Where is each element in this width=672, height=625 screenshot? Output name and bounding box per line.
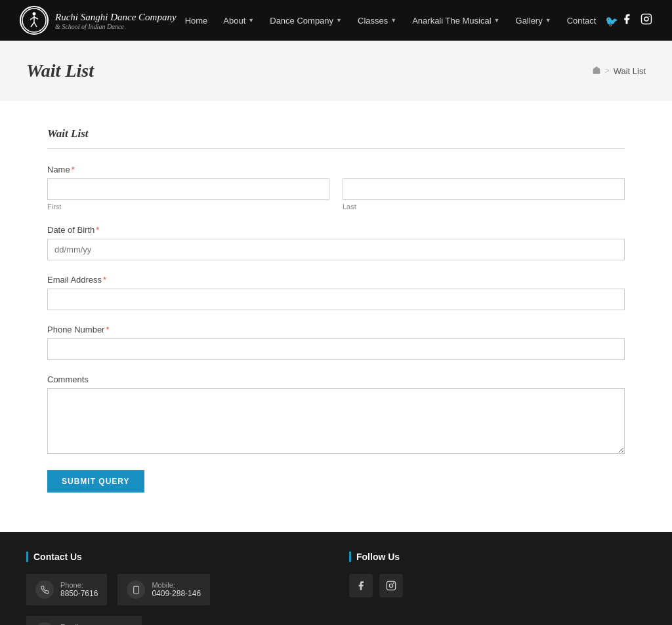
first-name-input[interactable] (47, 178, 329, 200)
comments-label: Comments (47, 374, 625, 384)
email-group: Email Address* (47, 275, 625, 310)
phone-required: * (106, 325, 109, 334)
nav-gallery[interactable]: Gallery ▼ (516, 16, 551, 26)
footer-social-icons (349, 574, 646, 597)
footer-follow-section: Follow Us (349, 552, 646, 625)
classes-dropdown-arrow: ▼ (390, 17, 396, 24)
footer: Contact Us Phone: 8850-7616 (0, 532, 672, 625)
dob-group: Date of Birth* (47, 225, 625, 260)
nav-about[interactable]: About ▼ (223, 16, 254, 26)
name-label: Name* (47, 165, 625, 174)
comments-group: Comments (47, 374, 625, 456)
phone-group: Phone Number* (47, 325, 625, 360)
brand-name: Ruchi Sanghi Dance Company (55, 11, 177, 23)
submit-button[interactable]: SUBMIT QUERY (47, 470, 144, 493)
nav-social: 🐦 (605, 13, 652, 28)
svg-line-5 (31, 22, 34, 27)
contact-email-item: Email: info@kathak.com.au (26, 616, 142, 625)
nav-anarkali[interactable]: Anarkali The Musical ▼ (412, 16, 499, 26)
submit-wrapper: SUBMIT QUERY (47, 470, 625, 493)
name-required: * (72, 165, 75, 174)
phone-value: 8850-7616 (60, 589, 98, 598)
nav-dance-company[interactable]: Dance Company ▼ (270, 16, 342, 26)
mobile-icon (127, 580, 145, 599)
mobile-value: 0409-288-146 (152, 589, 201, 598)
gallery-dropdown-arrow: ▼ (545, 17, 551, 24)
brand-logo-link[interactable]: Ruchi Sanghi Dance Company & School of I… (20, 6, 177, 35)
breadcrumb-sep: > (605, 66, 610, 75)
footer-follow-title: Follow Us (349, 552, 646, 562)
nav-instagram-link[interactable] (640, 13, 652, 28)
svg-point-9 (648, 16, 650, 17)
brand-text: Ruchi Sanghi Dance Company & School of I… (55, 11, 177, 30)
brand-sub: & School of Indian Dance (55, 23, 177, 30)
email-input[interactable] (47, 289, 625, 310)
instagram-icon (640, 16, 652, 27)
svg-point-1 (33, 12, 36, 16)
navbar: Ruchi Sanghi Dance Company & School of I… (0, 0, 672, 41)
svg-point-13 (389, 584, 392, 587)
dob-required: * (96, 225, 99, 235)
name-group: Name* First Last (47, 165, 625, 211)
breadcrumb: > Wait List (592, 66, 646, 77)
nav-facebook-link[interactable]: 🐦 (605, 13, 633, 28)
nav-contact[interactable]: Contact (567, 16, 597, 26)
svg-line-3 (30, 17, 34, 20)
nav-classes[interactable]: Classes ▼ (358, 16, 396, 26)
last-name-input[interactable] (343, 178, 625, 200)
facebook-icon: 🐦 (605, 16, 633, 27)
home-icon (592, 66, 601, 77)
footer-contact-title: Contact Us (26, 552, 323, 562)
dob-label: Date of Birth* (47, 225, 625, 235)
phone-info: Phone: 8850-7616 (60, 581, 98, 598)
phone-icon (35, 580, 54, 599)
anarkali-dropdown-arrow: ▼ (494, 17, 500, 24)
email-icon (35, 622, 54, 625)
dance-company-dropdown-arrow: ▼ (336, 17, 342, 24)
mobile-label-footer: Mobile: (152, 581, 201, 589)
phone-label: Phone Number* (47, 325, 625, 334)
form-section-title: Wait List (47, 127, 625, 149)
comments-textarea[interactable] (47, 388, 625, 454)
footer-facebook-button[interactable] (349, 574, 373, 597)
svg-rect-7 (641, 14, 651, 24)
phone-input[interactable] (47, 338, 625, 360)
svg-point-14 (393, 582, 394, 584)
mobile-info: Mobile: 0409-288-146 (152, 581, 201, 598)
contact-phone-item: Phone: 8850-7616 (26, 574, 107, 605)
svg-rect-12 (387, 581, 395, 590)
email-required: * (103, 275, 106, 285)
svg-rect-10 (134, 586, 139, 594)
breadcrumb-current: Wait List (614, 66, 646, 76)
last-name-field: Last (343, 178, 625, 211)
first-name-hint: First (47, 203, 329, 211)
form-card: Wait List Name* First Last (47, 127, 625, 493)
phone-label-footer: Phone: (60, 581, 98, 589)
contact-mobile-item: Mobile: 0409-288-146 (117, 574, 210, 605)
brand-logo (20, 6, 49, 35)
last-name-hint: Last (343, 203, 625, 211)
footer-contact-section: Contact Us Phone: 8850-7616 (26, 552, 323, 625)
name-row: First Last (47, 178, 625, 211)
waitlist-form: Name* First Last Date of Birth* (47, 165, 625, 493)
nav-links: Home About ▼ Dance Company ▼ Classes ▼ A… (185, 16, 597, 26)
email-label: Email Address* (47, 275, 625, 285)
first-name-field: First (47, 178, 329, 211)
nav-home[interactable]: Home (185, 16, 208, 26)
dob-input[interactable] (47, 239, 625, 260)
contact-items: Phone: 8850-7616 Mobile: 0409-288-146 (26, 574, 323, 625)
page-title: Wait List (26, 60, 94, 81)
svg-line-6 (34, 22, 37, 27)
footer-instagram-button[interactable] (379, 574, 403, 597)
svg-line-4 (34, 17, 38, 19)
about-dropdown-arrow: ▼ (248, 17, 254, 24)
main-content: Wait List Name* First Last (21, 127, 651, 493)
page-header: Wait List > Wait List (0, 41, 672, 101)
svg-point-8 (644, 17, 648, 21)
